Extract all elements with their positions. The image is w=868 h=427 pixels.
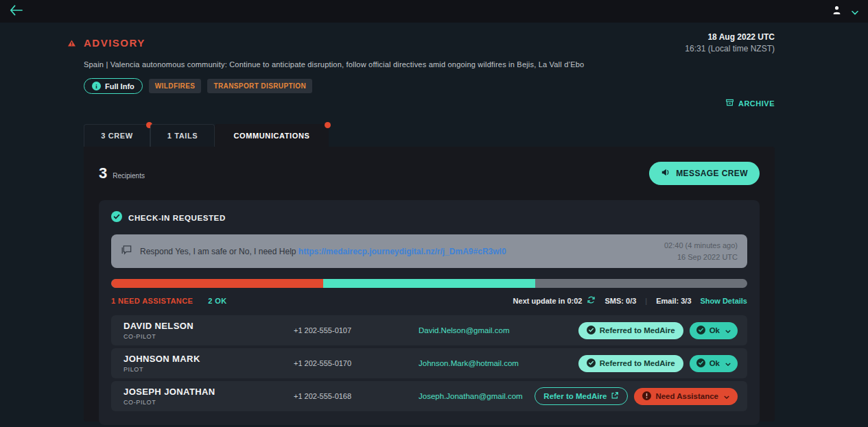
warning-triangle-icon (68, 37, 75, 49)
checkin-link[interactable]: https://medairecp.journeydigital.nz/r/j_… (298, 247, 506, 256)
crew-role: CO-PILOT (124, 399, 294, 406)
top-bar (0, 0, 868, 23)
sms-count: SMS: 0/3 (605, 297, 636, 305)
tab-crew[interactable]: 3 CREW (84, 124, 150, 147)
tab-bar: 3 CREW 1 TAILS COMMUNICATIONS (84, 124, 775, 147)
status-dropdown-ok[interactable]: Ok (690, 322, 738, 339)
crew-row: JOSEPH JONATHAN CO-PILOT +1 202-555-0168… (111, 381, 747, 411)
crew-name: JOSEPH JONATHAN (124, 387, 294, 397)
checkin-timestamp: 02:40 (4 minutes ago) 16 Sep 2022 UTC (664, 240, 738, 263)
arrow-left-icon (10, 5, 23, 18)
crew-list: DAVID NELSON CO-PILOT +1 202-555-0107 Da… (111, 315, 747, 411)
crew-name: JOHNSON MARK (124, 354, 294, 364)
progress-need-assistance (111, 279, 323, 288)
archive-button[interactable]: ARCHIVE (725, 98, 775, 108)
email-count: Email: 3/3 (656, 297, 691, 305)
referred-to-medaire-badge[interactable]: Referred to MedAire (578, 322, 683, 339)
status-dropdown-need-assistance[interactable]: Need Assistance (634, 388, 738, 405)
crew-email-link[interactable]: Joseph.Jonathan@gmail.com (419, 392, 535, 400)
refresh-icon (587, 295, 596, 306)
chevron-down-icon (725, 326, 731, 334)
checkin-progress-bar (111, 279, 747, 288)
check-circle-icon (696, 326, 705, 336)
advisory-local-time: 16:31 (Local time NZST) (685, 44, 775, 53)
refer-to-medaire-button[interactable]: Refer to MedAire (535, 387, 628, 405)
advisory-date-utc: 18 Aug 2022 UTC (685, 32, 775, 42)
chat-bubble-icon (121, 245, 132, 258)
exclamation-circle-icon (642, 391, 651, 402)
megaphone-icon (661, 168, 670, 179)
tag-transport-disruption: TRANSPORT DISRUPTION (207, 79, 312, 93)
user-menu-chevron-icon[interactable] (852, 5, 858, 18)
check-circle-icon (587, 326, 596, 336)
divider: | (645, 297, 647, 305)
progress-ok (323, 279, 536, 288)
message-crew-button[interactable]: MESSAGE CREW (649, 162, 760, 185)
chevron-down-icon (724, 392, 729, 400)
crew-email-link[interactable]: Johnson.Mark@hotmail.com (419, 359, 578, 367)
crew-row: JOHNSON MARK PILOT +1 202-555-0170 Johns… (111, 348, 747, 378)
crew-row: DAVID NELSON CO-PILOT +1 202-555-0107 Da… (111, 315, 747, 345)
referred-to-medaire-badge[interactable]: Referred to MedAire (578, 355, 683, 372)
check-circle-icon (696, 358, 705, 369)
chevron-down-icon (725, 359, 731, 367)
tab-communications[interactable]: COMMUNICATIONS (215, 124, 329, 147)
checkin-message-box: Respond Yes, I am safe or No, I need Hel… (111, 234, 747, 268)
back-button[interactable] (10, 5, 23, 18)
check-circle-icon (587, 358, 596, 369)
archive-icon (725, 98, 734, 108)
crew-phone: +1 202-555-0107 (294, 326, 419, 334)
recipients-count: 3 (99, 164, 107, 182)
user-avatar-icon[interactable] (832, 5, 842, 19)
next-update-label: Next update in 0:02 (513, 297, 583, 305)
external-link-icon (611, 391, 619, 401)
crew-role: PILOT (124, 366, 294, 373)
crew-phone: +1 202-555-0168 (294, 392, 419, 400)
checkin-message-text: Respond Yes, I am safe or No, I need Hel… (140, 247, 657, 256)
alert-dot (325, 122, 331, 128)
need-assistance-count: 1 NEED ASSISTANCE (111, 297, 193, 305)
info-icon: i (92, 82, 101, 90)
crew-email-link[interactable]: David.Nelson@gmail.com (419, 326, 578, 334)
status-dropdown-ok[interactable]: Ok (690, 355, 738, 372)
crew-phone: +1 202-555-0170 (294, 359, 419, 367)
advisory-description: Spain | Valencia autonomous community: C… (84, 60, 775, 69)
crew-role: CO-PILOT (124, 333, 294, 340)
advisory-title: ADVISORY (84, 37, 145, 49)
full-info-button[interactable]: i Full Info (84, 78, 143, 94)
recipients-label: Recipients (113, 172, 145, 180)
tab-tails[interactable]: 1 TAILS (150, 124, 215, 147)
refresh-button[interactable] (587, 295, 596, 306)
check-circle-icon (111, 211, 122, 225)
ok-count: 2 OK (208, 297, 226, 305)
tag-wildfires: WILDFIRES (149, 79, 202, 93)
show-details-link[interactable]: Show Details (701, 297, 747, 305)
communications-panel: 3 Recipients MESSAGE CREW CHECK-IN REQUE… (84, 147, 775, 422)
crew-name: DAVID NELSON (124, 321, 294, 331)
checkin-status-label: CHECK-IN REQUESTED (128, 214, 226, 222)
checkin-section: CHECK-IN REQUESTED Respond Yes, I am saf… (99, 200, 760, 425)
